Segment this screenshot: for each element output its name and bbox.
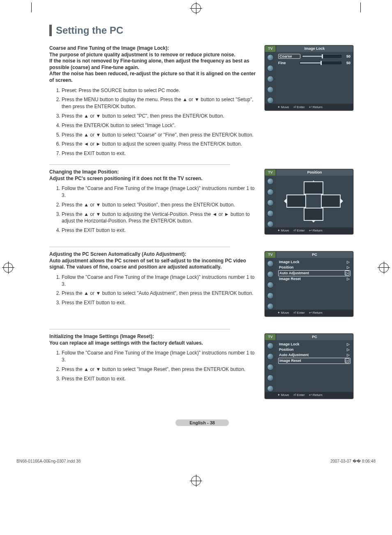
section-divider <box>49 247 230 247</box>
osd-menu-item[interactable]: Auto Adjustment▷ <box>278 352 350 358</box>
step: Press the EXIT button to exit. <box>62 375 256 382</box>
osd-side-icons <box>265 52 276 104</box>
section-steps: Follow the "Coarse and Fine Tuning of th… <box>49 185 256 234</box>
updown-icon: ✦ <box>277 393 280 397</box>
step: Preset: Press the SOURCE button to selec… <box>62 87 256 94</box>
chevron-right-icon: ▷ <box>347 260 350 264</box>
osd-icon <box>267 271 274 278</box>
enter-icon: ⏎ <box>293 393 296 397</box>
osd-icon <box>267 282 274 288</box>
step: Press the ▲ or ▼ button to select "Image… <box>62 366 256 373</box>
footer-date: 2007-03-07 �� 8:06:48 <box>330 459 376 463</box>
position-screen-icon <box>321 195 341 208</box>
osd-icon <box>267 189 274 195</box>
osd-caption: PC <box>276 252 353 258</box>
step: Press the EXIT button to exit. <box>62 299 256 306</box>
osd-menu-item[interactable]: Image Reset▷ <box>278 358 350 364</box>
osd-icon <box>267 260 274 267</box>
updown-icon: ✦ <box>277 105 280 109</box>
osd-footer: ✦Move ⏎Enter ↩Return <box>265 392 353 398</box>
updown-icon: ✦ <box>277 311 280 315</box>
osd-menu-item[interactable]: Position▷ <box>278 265 350 270</box>
osd-menu-item[interactable]: Auto Adjustment▷ <box>278 270 350 276</box>
osd-caption: Position <box>276 169 353 176</box>
section-intro: Coarse and Fine Tuning of the Image (Ima… <box>49 45 256 84</box>
enter-icon: ⏎ <box>293 229 296 232</box>
osd-caption: PC <box>276 334 353 340</box>
osd-position: TV Position <box>265 169 353 234</box>
position-diagram[interactable] <box>278 177 350 218</box>
osd-icon <box>267 292 274 299</box>
position-screen-icon <box>286 195 306 208</box>
section-intro: Adjusting the PC Screen Automatically (A… <box>49 251 256 271</box>
osd-icon <box>267 54 274 61</box>
step: Follow the "Coarse and Fine Tuning of th… <box>62 185 256 199</box>
step: Press the ▲ or ▼ button to adjusting the… <box>62 211 256 225</box>
osd-icon <box>267 97 274 104</box>
section-intro: Initializing the Image Settings (Image R… <box>49 334 256 346</box>
step: Follow the "Coarse and Fine Tuning of th… <box>62 350 256 364</box>
step: Press the EXIT button to exit. <box>62 227 256 234</box>
step: Press the ◄ or ► button to adjust the sc… <box>62 141 256 148</box>
chevron-right-icon: ▷ <box>347 265 350 269</box>
step: Press the ENTER/OK button to select "Ima… <box>62 122 256 129</box>
return-icon: ↩ <box>309 311 312 315</box>
osd-menu-item[interactable]: Image Lock▷ <box>278 259 350 265</box>
osd-icon <box>267 364 274 371</box>
osd-tv-badge: TV <box>265 334 276 340</box>
print-footer: BN68-01166A-00Eng-0307.indd 38 2007-03-0… <box>0 442 392 472</box>
osd-icon <box>267 65 274 72</box>
osd-icon <box>267 76 274 82</box>
move-icon: ✦ <box>277 229 280 232</box>
step: Follow the "Coarse and Fine Tuning of th… <box>62 274 256 288</box>
osd-icon <box>267 199 274 206</box>
chevron-right-icon: ▷ <box>345 358 349 363</box>
section-steps: Follow the "Coarse and Fine Tuning of th… <box>49 350 256 382</box>
chevron-right-icon: ▷ <box>347 347 350 352</box>
enter-icon: ⏎ <box>293 311 296 315</box>
osd-menu-list: Image Lock▷ Position▷ Auto Adjustment▷ I… <box>278 342 350 364</box>
osd-slider-bar[interactable] <box>302 55 341 58</box>
osd-menu-item[interactable]: Position▷ <box>278 347 350 352</box>
position-screen-icon <box>304 181 323 195</box>
section-auto-adjustment: Adjusting the PC Screen Automatically (A… <box>49 251 355 325</box>
osd-slider-label: Coarse <box>278 54 300 59</box>
chevron-right-icon: ▷ <box>347 342 350 346</box>
chevron-right-icon: ▷ <box>347 353 350 357</box>
return-icon: ↩ <box>309 105 312 109</box>
osd-menu-item[interactable]: Image Reset▷ <box>278 276 350 282</box>
arrow-down-icon <box>311 220 316 225</box>
osd-pc-reset: TV PC Image Lock▷ Position▷ <box>265 334 353 399</box>
osd-slider-row[interactable]: Coarse 50 <box>278 53 350 59</box>
page-title-bar: Setting the PC <box>49 25 355 36</box>
osd-icon <box>267 86 274 93</box>
chevron-right-icon: ▷ <box>347 277 350 281</box>
section-divider <box>49 164 230 165</box>
section-steps: Follow the "Coarse and Fine Tuning of th… <box>49 274 256 306</box>
osd-menu-item[interactable]: Image Lock▷ <box>278 342 350 347</box>
arrow-left-icon <box>281 199 286 204</box>
osd-slider-bar[interactable] <box>300 62 341 64</box>
section-divider <box>49 329 230 329</box>
enter-icon: ⏎ <box>293 105 296 109</box>
page-number-label: English - 38 <box>175 419 229 426</box>
step: Press the MENU button to display the men… <box>62 96 256 110</box>
position-screen-icon <box>304 208 323 221</box>
osd-icon <box>267 221 274 227</box>
osd-tv-badge: TV <box>265 169 276 176</box>
section-image-reset: Initializing the Image Settings (Image R… <box>49 334 355 407</box>
section-intro: Changing the Image Position: Adjust the … <box>49 169 256 182</box>
step: Press the ▲ or ▼ button to select "Posit… <box>62 201 256 208</box>
osd-footer: ✦Move ⏎Enter ↩Return <box>265 310 353 316</box>
osd-footer: ✦Move ⏎Enter ↩Return <box>265 227 353 234</box>
step: Press the EXIT button to exit. <box>62 150 256 157</box>
osd-slider-value: 50 <box>343 54 350 58</box>
return-icon: ↩ <box>309 229 312 232</box>
section-steps: Preset: Press the SOURCE button to selec… <box>49 87 256 157</box>
osd-slider-row[interactable]: Fine 50 <box>278 60 350 66</box>
step: Press the ▲ or ▼ button to select "Coars… <box>62 132 256 139</box>
page-title: Setting the PC <box>56 25 355 36</box>
section-image-lock: Coarse and Fine Tuning of the Image (Ima… <box>49 45 355 160</box>
osd-icon <box>267 343 274 349</box>
osd-icon <box>267 210 274 217</box>
